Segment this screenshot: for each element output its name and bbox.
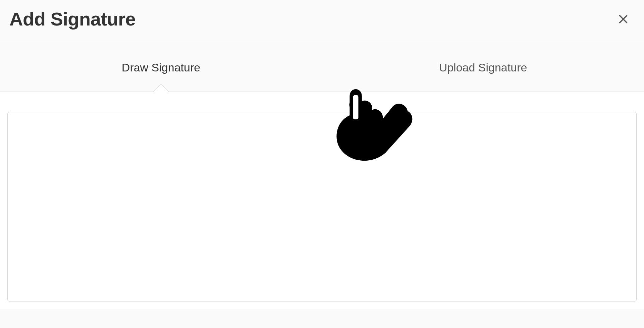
tab-upload-signature[interactable]: Upload Signature bbox=[322, 42, 644, 92]
tab-draw-label: Draw Signature bbox=[122, 61, 200, 74]
modal-header: Add Signature bbox=[0, 0, 644, 42]
tabs-container: Draw Signature Upload Signature bbox=[0, 42, 644, 92]
add-signature-modal: Add Signature Draw Signature Upload Sign… bbox=[0, 0, 644, 328]
tab-upload-label: Upload Signature bbox=[439, 61, 527, 74]
modal-title: Add Signature bbox=[9, 8, 136, 30]
signature-content-area bbox=[0, 92, 644, 309]
close-icon bbox=[617, 13, 629, 25]
signature-draw-canvas[interactable] bbox=[7, 112, 637, 302]
close-button[interactable] bbox=[614, 10, 632, 28]
tab-draw-signature[interactable]: Draw Signature bbox=[0, 42, 322, 92]
